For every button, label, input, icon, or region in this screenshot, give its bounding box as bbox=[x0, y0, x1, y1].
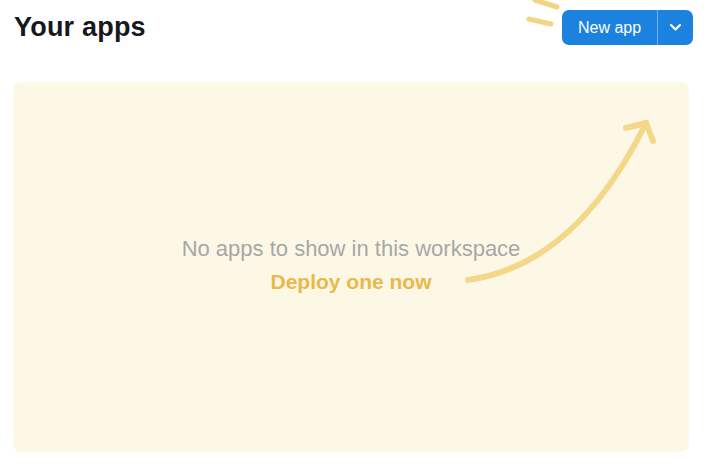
empty-state: No apps to show in this workspace Deploy… bbox=[13, 234, 689, 296]
new-app-button[interactable]: New app bbox=[562, 10, 657, 45]
sparkle-icon bbox=[518, 0, 564, 28]
new-app-split-button: New app bbox=[562, 10, 693, 45]
apps-empty-panel: No apps to show in this workspace Deploy… bbox=[13, 82, 689, 452]
your-apps-page: Your apps New app No apps to show in thi… bbox=[0, 0, 720, 466]
new-app-button-label: New app bbox=[578, 19, 641, 37]
chevron-down-icon bbox=[669, 23, 682, 32]
empty-state-message: No apps to show in this workspace bbox=[13, 234, 689, 264]
new-app-dropdown-button[interactable] bbox=[657, 10, 693, 45]
deploy-now-link[interactable]: Deploy one now bbox=[270, 268, 431, 296]
page-title: Your apps bbox=[14, 10, 146, 44]
